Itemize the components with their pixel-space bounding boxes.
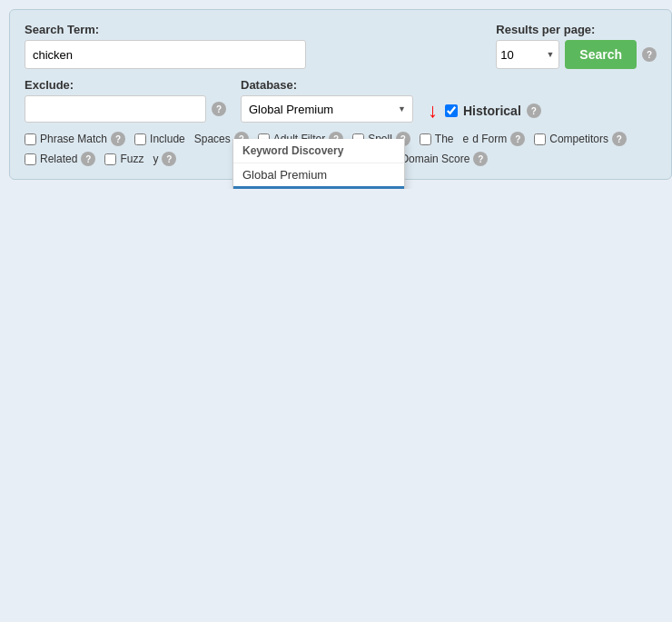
include-option: Include [134,132,185,146]
results-label: Results per page: [496,23,657,36]
dropdown-header: Keyword Discovery [233,139,404,163]
competitors-checkbox[interactable] [534,133,546,145]
historical-checkbox[interactable] [445,104,458,117]
exclude-input[interactable] [25,95,206,123]
historical-label: Historical [463,104,521,118]
fuzzy-option: Fuzz [104,152,143,166]
y-option: y ? [153,152,176,166]
search-term-input[interactable] [25,40,306,69]
related-option: Related ? [25,152,95,166]
dropdown-item[interactable]: Historical Global [233,186,404,189]
database-group: Database: Global Premium Historical Glob… [241,78,413,123]
exclude-label: Exclude: [25,78,226,92]
competitors-help: ? [612,132,627,146]
dropdown-item[interactable]: Global Premium [233,163,404,186]
historical-help-icon: ? [527,104,541,118]
filters-row: Exclude: ? Database: Global Premium Hist… [25,78,657,123]
y-label: y [153,153,158,165]
database-label: Database: [241,78,413,92]
the-option: The [420,132,454,146]
include-label: Include [150,133,185,145]
exclude-group: Exclude: ? [25,78,226,123]
historical-group: ↓ Historical ? [428,99,541,123]
search-term-group: Search Term: [25,23,306,69]
search-term-label: Search Term: [25,23,306,36]
phrase-match-checkbox[interactable] [25,133,36,145]
database-select[interactable]: Global Premium Historical Global [241,95,413,123]
search-row: Search Term: Results per page: 10 25 50 … [25,23,657,69]
related-label: Related [40,153,77,165]
phrase-match-help: ? [111,132,125,146]
y-help: ? [162,152,176,166]
database-dropdown: Keyword Discovery Global PremiumHistoric… [232,139,405,189]
reduced-form-label: d Form [472,133,507,145]
related-help: ? [81,152,95,166]
include-checkbox[interactable] [134,133,146,145]
database-select-wrapper: Global Premium Historical Global [241,95,413,123]
related-checkbox[interactable] [25,153,36,165]
dropdown-list: Global PremiumHistorical GlobalArgentina… [233,163,404,189]
fuzzy-checkbox[interactable] [104,153,116,165]
reduced-prefix: e [463,133,469,145]
main-panel: Search Term: Results per page: 10 25 50 … [9,9,672,180]
reduced-form-help: ? [510,132,525,146]
competitors-option: Competitors ? [534,132,627,146]
domain-score-label: Domain Score [400,153,469,165]
reduced-form-option: ed Form ? [463,132,526,146]
results-select-wrapper: 10 25 50 100 [496,40,559,69]
exclude-help-icon: ? [212,102,226,116]
results-group: Results per page: 10 25 50 100 Search ? [496,23,657,69]
competitors-label: Competitors [549,133,608,145]
search-button[interactable]: Search [565,40,637,69]
the-label: The [435,133,454,145]
results-row: 10 25 50 100 Search ? [496,40,657,69]
spaces-label: Spaces [194,133,231,145]
search-help-icon: ? [642,47,657,62]
results-select[interactable]: 10 25 50 100 [496,40,559,69]
arrow-icon: ↓ [428,99,438,123]
fuzzy-label: Fuzz [120,153,143,165]
phrase-match-label: Phrase Match [40,133,107,145]
domain-score-help: ? [473,152,488,166]
the-checkbox[interactable] [420,133,431,145]
phrase-match-option: Phrase Match ? [25,132,125,146]
